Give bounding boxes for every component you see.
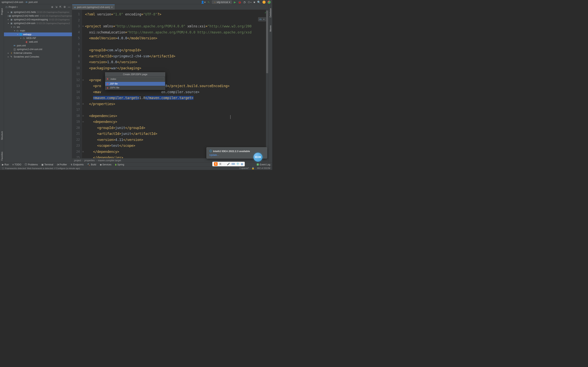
run-icon[interactable]: ▶ — [234, 0, 236, 4]
right-tool-stripe: Database Maven — [268, 4, 272, 162]
tree-arrow-icon[interactable] — [20, 37, 22, 39]
ime-lang[interactable]: 英 — [219, 162, 222, 166]
tool-todo[interactable]: ≡TODO — [12, 163, 21, 166]
folder-icon: 🗀 — [13, 26, 16, 28]
tree-item-springmvc2-ch1-hello[interactable]: ▣springmvc2-ch1-helloD:\22-23-1\springmv… — [4, 10, 72, 14]
editor-scrollbar[interactable] — [266, 10, 268, 158]
maven-icon: m — [259, 18, 262, 21]
status-memory[interactable]: 882 of 2022M — [257, 167, 270, 169]
ime-tools-icon[interactable]: ▦ — [241, 163, 243, 165]
tool-maven[interactable]: Maven — [269, 25, 272, 32]
tool-problems[interactable]: ⓘProblems — [25, 163, 38, 166]
maven-icon: m — [26, 0, 27, 4]
tree-arrow-icon[interactable] — [11, 26, 13, 28]
gear-icon[interactable]: ⚙ — [63, 6, 66, 8]
code-editor[interactable]: 1234567891011121314151617181920212223242… — [72, 10, 268, 158]
status-pie-icon[interactable] — [268, 0, 271, 4]
tree-arrow-icon[interactable] — [8, 11, 10, 13]
tool-project[interactable]: Project — [1, 8, 3, 15]
tree-item-springmvc2-ch2-hello-xml[interactable]: ▣springmvc2-ch2-hello-xmlD:\22-23-1\spri… — [4, 14, 72, 18]
select-opened-file-icon[interactable]: ⊕ — [51, 6, 53, 8]
tool-endpoints[interactable]: ↯Endpoints — [70, 163, 84, 166]
tree-item-hint: D:\22-23-1\springmvc2\springmvc — [40, 15, 72, 17]
tree-item-springmvc2-ch3-requestmapping[interactable]: ▣springmvc2-ch3-requestmappingD:\22-23-1… — [4, 18, 72, 21]
project-tree[interactable]: ▣springmvc2-ch1-helloD:\22-23-1\springmv… — [4, 10, 72, 162]
tree-item-web-inf[interactable]: 🗀WEB-INF — [4, 36, 72, 40]
tree-item-web-xml[interactable]: ◧web.xml — [4, 40, 72, 44]
ime-toolbar[interactable]: S 英 ， 🎤 ⌨ 👕 ▦ — [212, 162, 245, 166]
tool-favorites[interactable]: Favorites — [1, 152, 3, 160]
expand-all-icon[interactable]: ⇲ — [55, 6, 57, 8]
left-tool-stripe: Project Structure Favorites — [0, 4, 4, 162]
fold-gutter[interactable]: ⊟⊟⊞⊟⊟⊞ — [82, 10, 84, 158]
ime-comma-icon[interactable]: ， — [223, 162, 225, 166]
tree-arrow-icon[interactable] — [17, 33, 19, 35]
ime-mic-icon[interactable]: 🎤 — [227, 163, 230, 165]
tool-services[interactable]: ◉Services — [100, 163, 112, 166]
breadcrumb-file[interactable]: pom.xml — [29, 1, 37, 4]
tree-item-external-libraries[interactable]: ⫴External Libraries — [4, 51, 72, 55]
line-number-gutter[interactable]: 1234567891011121314151617181920212223242… — [72, 10, 82, 158]
profiler-icon[interactable]: ⏲▾ — [248, 0, 252, 4]
template-option-jspx-file[interactable]: ◧JSPX file — [105, 86, 165, 90]
tool-spring[interactable]: ⬮Spring — [115, 163, 124, 166]
ime-keyboard-icon[interactable]: ⌨ — [232, 163, 235, 165]
module-icon: ▣ — [10, 11, 13, 14]
status-tool-window-icon[interactable]: ▢ — [2, 167, 4, 169]
tree-item-webapp[interactable]: 🌐webapp — [4, 33, 72, 36]
tree-item-hint: D:\22-23-1\springmvc2\springmvc2 — [37, 22, 70, 25]
lock-icon[interactable]: 🔒 — [252, 167, 254, 169]
tree-item-label: web.xml — [29, 41, 38, 43]
tree-arrow-icon[interactable] — [8, 22, 10, 24]
stop-icon[interactable]: ■ — [254, 0, 255, 4]
tool-profiler[interactable]: ◔Profiler — [57, 163, 67, 166]
project-panel-title[interactable]: 🗀 Project ▾ — [6, 6, 18, 8]
tree-item-src[interactable]: 🗀src — [4, 25, 72, 29]
tree-item-springmvc2-ch4-ssm[interactable]: ▣springmvc2-ch4-ssmD:\22-23-1\springmvc2… — [4, 21, 72, 25]
tool-terminal[interactable]: ▣Terminal — [41, 163, 53, 166]
tool-build[interactable]: 🔨Build — [87, 163, 96, 166]
search-icon[interactable]: 🔍 — [257, 0, 260, 4]
hide-icon[interactable]: — — [68, 6, 70, 8]
tree-item-label: pom.xml — [17, 44, 26, 47]
tree-arrow-icon[interactable] — [8, 56, 10, 58]
editor-tab-pom[interactable]: m pom.xml (springmvc2-ch4-ssm) × — [72, 5, 115, 10]
editor-tabs: m pom.xml (springmvc2-ch4-ssm) × — [72, 4, 268, 10]
coverage-icon[interactable]: ◔ — [243, 0, 246, 4]
tree-item-springmvc2-ch4-ssm-iml[interactable]: ◫springmvc2-ch4-ssm.iml — [4, 47, 72, 51]
breadcrumb-project[interactable]: springmvc2-ch4-ssm — [1, 1, 23, 4]
reader-mode-badge[interactable]: m × — [258, 17, 266, 21]
status-message[interactable]: Frameworks detected: Web framework is de… — [5, 167, 80, 169]
run-configuration-selector[interactable]: ⛬ wlg-tomcat ▾ — [212, 0, 232, 4]
tree-item-scratches-and-consoles[interactable]: ✎Scratches and Consoles — [4, 55, 72, 58]
tree-item-label: springmvc2-ch2-hello-xml — [12, 15, 39, 17]
close-icon[interactable]: × — [111, 6, 113, 9]
tree-arrow-icon[interactable] — [14, 30, 16, 32]
template-option-jsp-file[interactable]: ◧JSP file — [105, 82, 165, 86]
filename-input[interactable] — [106, 77, 164, 81]
tree-arrow-icon[interactable] — [8, 52, 10, 54]
spring-icon: ⬮ — [115, 163, 117, 166]
tree-arrow-icon[interactable] — [8, 19, 10, 21]
scrollbar-thumb[interactable] — [266, 11, 268, 73]
sogou-icon[interactable]: S — [214, 162, 217, 166]
tree-item-pom-xml[interactable]: mpom.xml — [4, 44, 72, 47]
tree-item-label: main — [20, 29, 25, 32]
tool-database[interactable]: Database — [269, 8, 272, 17]
user-icon[interactable]: 👤▾ — [201, 0, 206, 4]
status-indent[interactable]: 2 spaces* — [239, 167, 249, 169]
ime-skin-icon[interactable]: 👕 — [236, 163, 239, 165]
clock-badge[interactable]: 03:09 — [253, 153, 262, 162]
collapse-all-icon[interactable]: ⇱ — [59, 6, 61, 8]
status-bar: ▢ Frameworks detected: Web framework is … — [0, 166, 272, 170]
avatar[interactable] — [262, 0, 266, 4]
tool-event-log[interactable]: 2Event Log — [257, 163, 270, 166]
back-icon[interactable]: ↖ — [208, 0, 210, 4]
tool-structure[interactable]: Structure — [1, 131, 3, 140]
tree-item-main[interactable]: 🗀main — [4, 29, 72, 33]
tool-run[interactable]: ▶Run — [2, 163, 9, 166]
breadcrumb[interactable]: springmvc2-ch4-ssm › m pom.xml — [1, 0, 37, 4]
close-icon[interactable]: × — [263, 18, 265, 21]
debug-icon[interactable]: 🐞 — [238, 0, 241, 4]
template-list[interactable]: ◧JSP file◧JSPX file — [105, 82, 165, 90]
